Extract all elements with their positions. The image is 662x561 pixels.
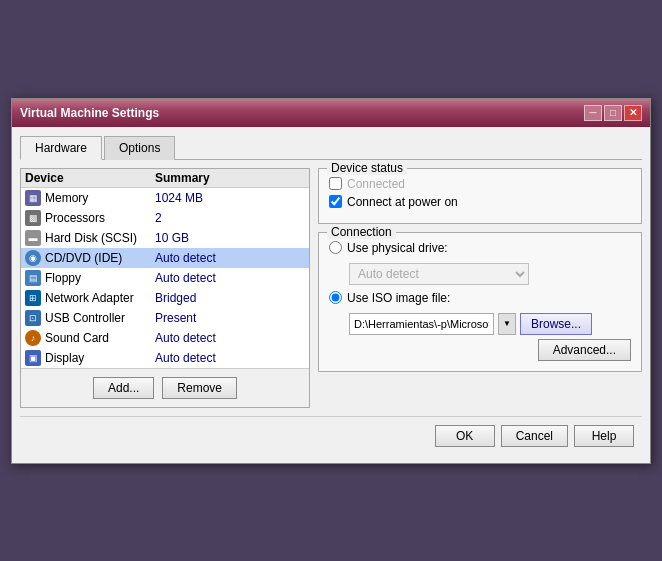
header-device: Device [25,171,155,185]
device-summary-cell: Auto detect [155,251,305,265]
device-name-cell: ♪ Sound Card [25,330,155,346]
device-label: Hard Disk (SCSI) [45,231,137,245]
device-panel-footer: Add... Remove [21,368,309,407]
device-summary-cell: Auto detect [155,351,305,365]
table-row[interactable]: ▤ Floppy Auto detect [21,268,309,288]
right-panel: Device status Connected Connect at power… [318,168,642,408]
device-name-cell: ▬ Hard Disk (SCSI) [25,230,155,246]
device-summary-cell: 1024 MB [155,191,305,205]
connection-radio-group: Use physical drive: Auto detect Use ISO … [329,241,631,335]
table-row[interactable]: ▣ Display Auto detect [21,348,309,368]
window-title: Virtual Machine Settings [20,106,159,120]
table-row[interactable]: ♪ Sound Card Auto detect [21,328,309,348]
device-summary-cell: 2 [155,211,305,225]
advanced-button[interactable]: Advanced... [538,339,631,361]
table-row[interactable]: ▩ Processors 2 [21,208,309,228]
device-label: Sound Card [45,331,109,345]
iso-file-label: Use ISO image file: [347,291,450,305]
floppy-icon: ▤ [25,270,41,286]
window-body: Hardware Options Device Summary ▦ Memory… [12,127,650,463]
physical-drive-row: Use physical drive: [329,241,631,255]
bottom-bar: OK Cancel Help [20,416,642,455]
close-button[interactable]: ✕ [624,105,642,121]
cpu-icon: ▩ [25,210,41,226]
device-name-cell: ◉ CD/DVD (IDE) [25,250,155,266]
remove-button[interactable]: Remove [162,377,237,399]
sound-icon: ♪ [25,330,41,346]
device-label: Display [45,351,84,365]
connected-label: Connected [347,177,405,191]
tab-hardware[interactable]: Hardware [20,136,102,160]
device-label: Floppy [45,271,81,285]
device-name-cell: ▩ Processors [25,210,155,226]
connect-power-row: Connect at power on [329,195,631,209]
maximize-button[interactable]: □ [604,105,622,121]
device-label: Memory [45,191,88,205]
iso-file-row: Use ISO image file: [329,291,631,305]
table-row[interactable]: ▬ Hard Disk (SCSI) 10 GB [21,228,309,248]
header-summary: Summary [155,171,305,185]
table-row[interactable]: ⊞ Network Adapter Bridged [21,288,309,308]
network-icon: ⊞ [25,290,41,306]
minimize-button[interactable]: ─ [584,105,602,121]
device-name-cell: ⊞ Network Adapter [25,290,155,306]
device-summary-cell: Auto detect [155,331,305,345]
iso-file-radio[interactable] [329,291,342,304]
table-row[interactable]: ◉ CD/DVD (IDE) Auto detect [21,248,309,268]
advanced-row: Advanced... [329,339,631,361]
virtual-machine-settings-window: Virtual Machine Settings ─ □ ✕ Hardware … [11,98,651,464]
title-bar: Virtual Machine Settings ─ □ ✕ [12,99,650,127]
device-table-header: Device Summary [21,169,309,188]
device-status-group: Device status Connected Connect at power… [318,168,642,224]
dropdown-arrow-icon: ▼ [503,319,511,328]
connect-power-checkbox[interactable] [329,195,342,208]
ok-button[interactable]: OK [435,425,495,447]
connection-group: Connection Use physical drive: Auto dete… [318,232,642,372]
physical-drive-select[interactable]: Auto detect [349,263,529,285]
usb-icon: ⊡ [25,310,41,326]
memory-icon: ▦ [25,190,41,206]
device-name-cell: ▣ Display [25,350,155,366]
hdd-icon: ▬ [25,230,41,246]
iso-path-row: ▼ Browse... [349,313,631,335]
tab-options[interactable]: Options [104,136,175,160]
device-label: Processors [45,211,105,225]
device-label: Network Adapter [45,291,134,305]
title-bar-buttons: ─ □ ✕ [584,105,642,121]
connection-title: Connection [327,225,396,239]
content-area: Device Summary ▦ Memory 1024 MB ▩ Proces… [20,168,642,408]
table-row[interactable]: ▦ Memory 1024 MB [21,188,309,208]
device-status-title: Device status [327,161,407,175]
device-label: CD/DVD (IDE) [45,251,122,265]
device-summary-cell: Auto detect [155,271,305,285]
iso-path-dropdown[interactable]: ▼ [498,313,516,335]
physical-drive-radio[interactable] [329,241,342,254]
device-name-cell: ▦ Memory [25,190,155,206]
auto-detect-row: Auto detect [349,263,631,285]
cancel-button[interactable]: Cancel [501,425,568,447]
device-rows-container: ▦ Memory 1024 MB ▩ Processors 2 ▬ Hard D… [21,188,309,368]
device-table: Device Summary ▦ Memory 1024 MB ▩ Proces… [21,169,309,368]
browse-button[interactable]: Browse... [520,313,592,335]
tab-bar: Hardware Options [20,135,642,160]
add-button[interactable]: Add... [93,377,154,399]
device-name-cell: ▤ Floppy [25,270,155,286]
iso-path-input[interactable] [349,313,494,335]
connect-power-label: Connect at power on [347,195,458,209]
physical-drive-label: Use physical drive: [347,241,448,255]
connected-row: Connected [329,177,631,191]
display-icon: ▣ [25,350,41,366]
device-name-cell: ⊡ USB Controller [25,310,155,326]
device-summary-cell: Present [155,311,305,325]
device-summary-cell: Bridged [155,291,305,305]
help-button[interactable]: Help [574,425,634,447]
device-panel: Device Summary ▦ Memory 1024 MB ▩ Proces… [20,168,310,408]
cd-icon: ◉ [25,250,41,266]
connected-checkbox[interactable] [329,177,342,190]
device-summary-cell: 10 GB [155,231,305,245]
table-row[interactable]: ⊡ USB Controller Present [21,308,309,328]
device-label: USB Controller [45,311,125,325]
